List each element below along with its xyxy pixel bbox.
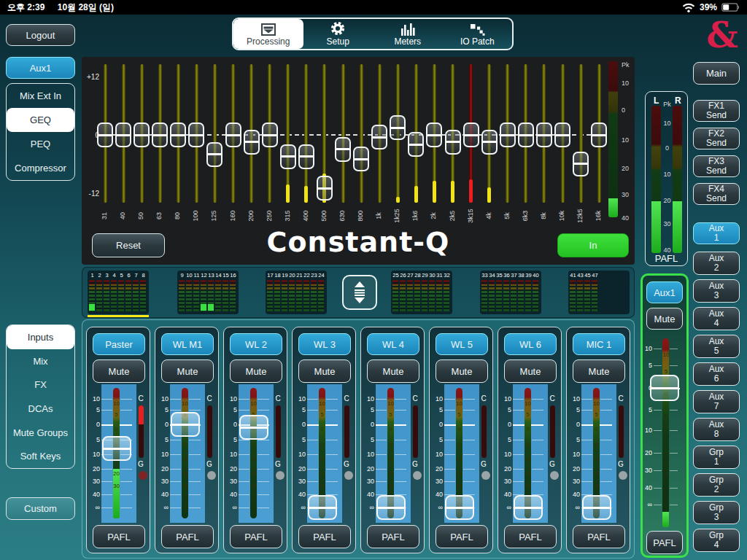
menu-item-fx[interactable]: FX [7, 373, 74, 397]
geq-band-fader-10k[interactable] [554, 122, 570, 147]
meter-overview-group[interactable]: 12345678 [88, 271, 149, 314]
meter-overview-group[interactable]: 2526272829303132 [391, 271, 452, 314]
mute-button[interactable]: Mute [436, 359, 488, 383]
meter-overview-group[interactable]: 1718192021222324 [266, 271, 327, 314]
channel-name-button[interactable]: WL M1 [161, 333, 214, 355]
mix-select-fx1-send[interactable]: FX1 Send [693, 100, 740, 122]
logout-button[interactable]: Logout [6, 24, 75, 46]
geq-band-fader-8k[interactable] [536, 122, 552, 147]
meter-overview-group[interactable]: 3334353637383940 [480, 271, 541, 314]
mute-button[interactable]: Mute [93, 359, 145, 383]
geq-band-fader-2k5[interactable] [445, 130, 461, 155]
geq-band-fader-4k[interactable] [481, 130, 498, 155]
menu-item-mix-ext-in[interactable]: Mix Ext In [7, 84, 74, 108]
geq-band-fader-31[interactable] [97, 122, 113, 147]
geq-band-fader-200[interactable] [244, 130, 260, 155]
fader-bank-nav-button[interactable] [342, 275, 377, 310]
geq-band-fader-16k[interactable] [591, 122, 607, 147]
geq-band-fader-5k[interactable] [500, 122, 516, 147]
menu-item-mix[interactable]: Mix [7, 349, 74, 373]
channel-fader-knob[interactable] [376, 495, 406, 520]
mix-select-aux-5[interactable]: Aux5 [693, 335, 740, 358]
channel-fader-knob[interactable] [514, 495, 543, 520]
geq-band-fader-630[interactable] [335, 137, 351, 162]
geq-band-fader-2k[interactable] [426, 122, 442, 147]
mute-button[interactable]: Mute [298, 359, 351, 383]
tab-io-patch[interactable]: IO Patch [443, 19, 513, 49]
mute-button[interactable]: Mute [230, 359, 282, 383]
meter-overview-group[interactable]: 910111213141516 [177, 271, 239, 314]
master-fader-knob[interactable] [650, 375, 679, 401]
mix-select-aux-8[interactable]: Aux8 [693, 418, 740, 441]
mix-select-fx2-send[interactable]: FX2 Send [693, 128, 740, 149]
mix-select-aux-7[interactable]: Aux7 [693, 390, 740, 413]
master-pafl-button[interactable]: PAFL [646, 531, 683, 554]
tab-processing[interactable]: Processing [233, 19, 303, 49]
master-mute-button[interactable]: Mute [646, 308, 683, 330]
geq-band-fader-160[interactable] [225, 122, 241, 147]
channel-name-button[interactable]: WL 5 [436, 333, 488, 355]
channel-name-button[interactable]: WL 6 [504, 333, 557, 355]
geq-band-fader-63[interactable] [152, 122, 168, 147]
mute-button[interactable]: Mute [504, 359, 557, 383]
geq-band-fader-125[interactable] [206, 142, 222, 167]
mix-select-fx4-send[interactable]: FX4 Send [693, 183, 740, 205]
mix-select-aux-2[interactable]: Aux2 [693, 252, 740, 275]
channel-name-button[interactable]: WL 3 [298, 333, 351, 355]
channel-fader-knob[interactable] [582, 495, 611, 520]
mix-select-grp-4[interactable]: Grp4 [693, 529, 740, 552]
geq-band-fader-6k3[interactable] [518, 122, 534, 147]
channel-name-button[interactable]: WL 4 [367, 333, 419, 355]
geq-band-fader-80[interactable] [170, 122, 186, 147]
geq-band-fader-800[interactable] [353, 147, 369, 171]
custom-button[interactable]: Custom [6, 497, 75, 520]
geq-band-fader-400[interactable] [298, 144, 314, 169]
menu-item-soft-keys[interactable]: Soft Keys [7, 444, 74, 468]
channel-fader-knob[interactable] [445, 495, 474, 520]
mix-select-grp-2[interactable]: Grp2 [693, 473, 740, 497]
mute-button[interactable]: Mute [573, 359, 625, 383]
geq-band-fader-315[interactable] [280, 144, 296, 169]
pafl-button[interactable]: PAFL [93, 525, 145, 548]
menu-item-inputs[interactable]: Inputs [7, 325, 74, 349]
channel-name-button[interactable]: WL 2 [230, 333, 282, 355]
selected-mix-button[interactable]: Aux1 [6, 57, 75, 79]
geq-band-fader-1k25[interactable] [390, 115, 406, 140]
channel-fader-knob[interactable] [239, 415, 268, 440]
channel-fader-knob[interactable] [171, 412, 200, 437]
mute-button[interactable]: Mute [161, 359, 214, 383]
menu-item-mute-groups[interactable]: Mute Groups [7, 421, 74, 445]
mix-select-grp-3[interactable]: Grp3 [693, 501, 740, 524]
geq-band-fader-1k[interactable] [371, 125, 387, 149]
tab-meters[interactable]: Meters [373, 19, 443, 49]
geq-band-fader-500[interactable] [317, 176, 333, 201]
geq-in-button[interactable]: In [557, 233, 629, 257]
channel-name-button[interactable]: Paster [93, 333, 145, 355]
pafl-button[interactable]: PAFL [367, 525, 419, 548]
channel-fader-knob[interactable] [308, 495, 337, 520]
geq-band-fader-3k15[interactable] [463, 122, 479, 147]
mute-button[interactable]: Mute [367, 359, 419, 383]
meter-overview-group[interactable]: 41434547 [568, 271, 630, 314]
channel-fader-knob[interactable] [102, 436, 131, 461]
master-name-button[interactable]: Aux1 [646, 281, 683, 303]
menu-item-peq[interactable]: PEQ [7, 132, 74, 156]
pafl-button[interactable]: PAFL [504, 525, 557, 548]
pafl-button[interactable]: PAFL [573, 525, 625, 548]
menu-item-compressor[interactable]: Compressor [7, 156, 74, 180]
geq-band-fader-100[interactable] [188, 122, 204, 147]
mix-select-fx3-send[interactable]: FX3 Send [693, 155, 740, 177]
pafl-button[interactable]: PAFL [298, 525, 351, 548]
geq-band-fader-40[interactable] [115, 122, 131, 147]
mix-select-aux-1[interactable]: Aux1 [693, 222, 740, 244]
mix-select-aux-6[interactable]: Aux6 [693, 362, 740, 386]
geq-band-fader-250[interactable] [262, 122, 278, 147]
tab-setup[interactable]: Setup [303, 19, 374, 49]
geq-band-fader-12k5[interactable] [573, 152, 589, 176]
menu-item-geq[interactable]: GEQ [7, 108, 74, 132]
menu-item-dcas[interactable]: DCAs [7, 397, 74, 421]
geq-band-fader-50[interactable] [133, 122, 150, 147]
mix-select-grp-1[interactable]: Grp1 [693, 446, 740, 469]
channel-name-button[interactable]: MIC 1 [573, 333, 625, 355]
pafl-button[interactable]: PAFL [436, 525, 488, 548]
